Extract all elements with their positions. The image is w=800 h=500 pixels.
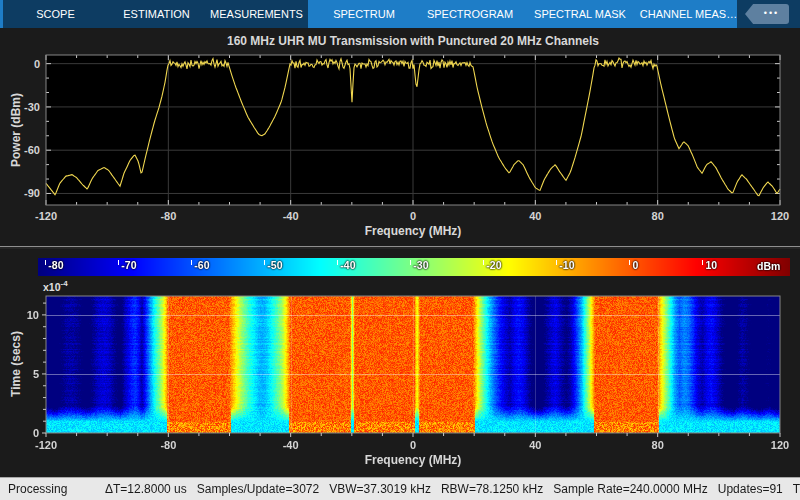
svg-text:10: 10 bbox=[27, 309, 39, 321]
spectrogram-panel: -80-70-60-50-40-30-20-10010 dBm x10-4 Ti… bbox=[0, 249, 800, 477]
status-state: Processing bbox=[0, 482, 105, 496]
tab-spectrogram[interactable]: SPECTROGRAM bbox=[420, 0, 520, 28]
spectrum-panel: 160 MHz UHR MU Transmission with Punctur… bbox=[0, 28, 800, 246]
status-metrics: ΔT=12.8000 usSamples/Update=3072VBW=37.3… bbox=[105, 482, 800, 496]
colorbar-tick-label: -10 bbox=[556, 259, 574, 273]
svg-text:120: 120 bbox=[771, 210, 789, 222]
svg-text:-120: -120 bbox=[35, 210, 57, 222]
colorbar-tick-label: -20 bbox=[483, 259, 501, 273]
spectrum-analyzer-window: SCOPEESTIMATIONMEASUREMENTS SPECTRUMSPEC… bbox=[0, 0, 800, 500]
spectrum-xlabel: Frequency (MHz) bbox=[46, 224, 780, 238]
status-metric: Sample Rate=240.0000 MHz bbox=[553, 482, 707, 496]
svg-text:-80: -80 bbox=[160, 439, 176, 451]
tab-scope[interactable]: SCOPE bbox=[3, 0, 108, 28]
svg-text:0: 0 bbox=[34, 58, 40, 70]
colorbar-tick-label: 0 bbox=[629, 259, 638, 273]
colorbar-tick-label: -70 bbox=[118, 259, 136, 273]
colorbar-tick-label: 10 bbox=[702, 259, 717, 273]
svg-text:80: 80 bbox=[652, 439, 664, 451]
tab-estimation[interactable]: ESTIMATION bbox=[108, 0, 205, 28]
status-metric: Samples/Update=3072 bbox=[197, 482, 319, 496]
svg-text:-90: -90 bbox=[24, 187, 40, 199]
colorbar-tick-label: -30 bbox=[410, 259, 428, 273]
colorbar-tick-label: -50 bbox=[264, 259, 282, 273]
spectrogram-xlabel: Frequency (MHz) bbox=[46, 453, 780, 467]
svg-text:40: 40 bbox=[529, 210, 541, 222]
colorbar-unit: dBm bbox=[757, 260, 780, 272]
status-metric: RBW=78.1250 kHz bbox=[441, 482, 543, 496]
svg-text:0: 0 bbox=[410, 439, 416, 451]
spectrogram-plot[interactable] bbox=[46, 296, 780, 433]
colorbar-tick-label: -60 bbox=[191, 259, 209, 273]
svg-text:-40: -40 bbox=[283, 210, 299, 222]
toolstrip-tabbar: SCOPEESTIMATIONMEASUREMENTS SPECTRUMSPEC… bbox=[0, 0, 800, 28]
status-metric: T=0.00 bbox=[793, 482, 800, 496]
toolstrip-overflow-button[interactable]: ••• bbox=[754, 4, 789, 24]
tab-group-contextual: SPECTRUMSPECTROGRAMSPECTRAL MASKCHANNEL … bbox=[308, 0, 737, 28]
tab-group-main: SCOPEESTIMATIONMEASUREMENTS bbox=[3, 0, 308, 28]
svg-text:-80: -80 bbox=[160, 210, 176, 222]
status-bar: Processing ΔT=12.8000 usSamples/Update=3… bbox=[0, 477, 800, 500]
svg-text:80: 80 bbox=[652, 210, 664, 222]
spectrum-plot[interactable]: -120-80-40040801200-30-60-90 bbox=[0, 28, 800, 246]
svg-text:-30: -30 bbox=[24, 101, 40, 113]
colorbar-tick-label: -80 bbox=[45, 259, 63, 273]
svg-text:-60: -60 bbox=[24, 144, 40, 156]
tab-spectral-mask[interactable]: SPECTRAL MASK bbox=[520, 0, 640, 28]
time-axis-multiplier: x10-4 bbox=[43, 279, 68, 293]
colorbar-tick-label: -40 bbox=[337, 259, 355, 273]
svg-text:5: 5 bbox=[33, 368, 39, 380]
status-metric: VBW=37.3019 kHz bbox=[329, 482, 431, 496]
toolstrip-overflow-area: ••• bbox=[737, 0, 800, 28]
svg-text:0: 0 bbox=[410, 210, 416, 222]
svg-text:40: 40 bbox=[529, 439, 541, 451]
tab-spectrum[interactable]: SPECTRUM bbox=[308, 0, 420, 28]
tab-channel-meas[interactable]: CHANNEL MEAS… bbox=[640, 0, 737, 28]
spectrogram-ylabel: Time (secs) bbox=[9, 304, 23, 424]
svg-text:0: 0 bbox=[33, 427, 39, 439]
svg-text:120: 120 bbox=[771, 439, 789, 451]
status-metric: Updates=91 bbox=[718, 482, 783, 496]
tab-measurements[interactable]: MEASUREMENTS bbox=[205, 0, 308, 28]
status-metric: ΔT=12.8000 us bbox=[105, 482, 187, 496]
svg-text:-40: -40 bbox=[283, 439, 299, 451]
svg-text:-120: -120 bbox=[35, 439, 57, 451]
